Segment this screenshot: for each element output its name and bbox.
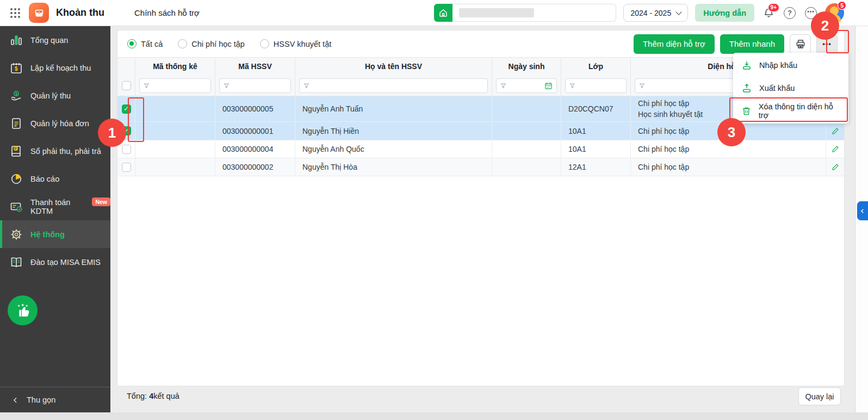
bar-chart-icon: [10, 34, 23, 47]
chevron-left-icon: [12, 397, 19, 404]
select-all-checkbox[interactable]: [122, 81, 131, 90]
edit-pencil-icon[interactable]: [831, 163, 840, 171]
home-icon[interactable]: [434, 4, 452, 22]
invoice-icon: [10, 117, 23, 130]
quick-add-button[interactable]: Thêm nhanh: [720, 34, 784, 54]
row-checkbox[interactable]: [122, 145, 131, 154]
total-label: Tổng:: [127, 392, 147, 400]
school-year-value: 2024 - 2025: [630, 9, 671, 17]
sidebar-item-label: Đào tạo MISA EMIS: [30, 258, 101, 267]
row-checkbox[interactable]: [122, 163, 131, 172]
filter-dob[interactable]: [496, 78, 557, 93]
avatar-badge: 5: [838, 1, 846, 10]
cell-class: D20CQCN07: [561, 96, 631, 121]
radio-chi-phi-hoc-tap[interactable]: Chi phí học tập: [178, 39, 245, 48]
back-button[interactable]: Quay lại: [798, 387, 841, 405]
more-actions-menu: Nhập khẩu Xuất khẩu Xóa thông tin diện h…: [733, 53, 848, 123]
total-results: Tổng: 4kết quả: [127, 392, 179, 400]
menu-item-delete-support-info[interactable]: Xóa thông tin diện hỗ trợ: [733, 100, 848, 122]
sidebar-item-quan-ly-thu[interactable]: $ Quản lý thu: [0, 82, 110, 109]
radio-hssv-khuyet-tat[interactable]: HSSV khuyết tật: [260, 39, 331, 48]
col-header-class[interactable]: Lớp: [561, 58, 631, 75]
sidebar-item-dao-tao-misa-emis[interactable]: Đào tạo MISA EMIS: [0, 248, 110, 276]
filter-funnel-icon: [224, 83, 230, 89]
expand-panel-tab[interactable]: [857, 201, 868, 220]
collapse-label: Thu gọn: [27, 396, 55, 404]
trash-icon: [741, 106, 752, 116]
sidebar-item-label: Quản lý thu: [30, 91, 71, 100]
chevron-down-icon: [676, 9, 682, 15]
filter-funnel-icon: [500, 83, 506, 89]
radio-dot-icon: [260, 39, 269, 48]
sidebar-item-tong-quan[interactable]: Tổng quan: [0, 26, 110, 54]
new-badge: New: [92, 197, 110, 206]
school-year-select[interactable]: 2024 - 2025: [623, 4, 688, 22]
radio-tat-ca[interactable]: Tất cả: [127, 39, 163, 48]
app-title: Khoản thu: [56, 7, 104, 18]
sidebar-item-thanh-toan-kdtm[interactable]: Thanh toán KDTM New: [0, 193, 110, 220]
cell-name: Nguyễn Anh Tuấn: [295, 96, 492, 121]
cell-dob: [492, 96, 561, 121]
filter-class[interactable]: [565, 78, 627, 93]
cell-class: 10A1: [561, 122, 631, 140]
radio-dot-icon: [178, 39, 187, 48]
chevron-left-icon: [860, 208, 865, 214]
edit-pencil-icon[interactable]: [831, 145, 840, 153]
sidebar-item-label: Lập kế hoạch thu: [30, 64, 91, 72]
add-support-button[interactable]: Thêm diện hỗ trợ: [634, 34, 715, 54]
calendar-icon[interactable]: [544, 82, 553, 90]
cell-stat-code: [135, 96, 215, 121]
khoan-thu-logo-icon[interactable]: [29, 3, 49, 23]
col-header-student-id[interactable]: Mã HSSV: [215, 58, 295, 75]
sidebar-collapse-button[interactable]: Thu gọn: [0, 387, 110, 412]
sidebar-item-so-phai-thu-phai-tra[interactable]: $ Sổ phải thu, phải trả: [0, 137, 110, 165]
page-title: Chính sách hỗ trợ: [134, 8, 200, 17]
col-header-dob[interactable]: Ngày sinh: [492, 58, 561, 75]
cell-class: 10A1: [561, 140, 631, 158]
sidebar-item-quan-ly-hoa-don[interactable]: Quản lý hóa đơn: [0, 109, 110, 137]
edit-pencil-icon[interactable]: [831, 127, 840, 135]
row-checkbox[interactable]: [122, 104, 131, 114]
sidebar-item-lap-ke-hoach-thu[interactable]: $ Lập kế hoạch thu: [0, 54, 110, 82]
filter-name[interactable]: [299, 78, 488, 93]
notifications-bell-icon[interactable]: 9+: [761, 6, 776, 20]
menu-item-import[interactable]: Nhập khẩu: [733, 54, 848, 77]
col-header-stat-code[interactable]: Mã thống kê: [135, 58, 215, 75]
col-header-name[interactable]: Họ và tên HSSV: [295, 58, 492, 75]
app-grid-icon[interactable]: [9, 7, 22, 20]
cell-name: Nguyễn Thị Hiền: [295, 122, 492, 140]
filter-funnel-icon: [303, 83, 309, 89]
print-button[interactable]: [790, 34, 811, 54]
calendar-money-icon: $: [10, 61, 23, 75]
global-search: [434, 4, 616, 22]
sidebar-item-label: Thanh toán KDTM: [30, 198, 81, 215]
table-row[interactable]: 003000000002 Nguyễn Thị Hòa 12A1 Chi phí…: [117, 158, 844, 176]
annotation-step-2: 2: [811, 11, 839, 40]
sidebar-item-label: Sổ phải thu, phải trả: [30, 147, 101, 156]
help-icon[interactable]: ?: [783, 6, 797, 20]
cell-stat-code: [135, 140, 215, 158]
cell-dob: [492, 140, 561, 158]
filter-funnel-icon: [144, 83, 150, 89]
cell-student-id: 003000000001: [215, 122, 295, 140]
filter-student-id[interactable]: [219, 78, 291, 93]
sidebar: Tổng quan $ Lập kế hoạch thu $ Quản lý t…: [0, 26, 110, 412]
total-suffix: kết quả: [153, 392, 179, 400]
cell-student-id: 003000000004: [215, 140, 295, 158]
annotation-step-3: 3: [717, 118, 746, 146]
sidebar-item-bao-cao[interactable]: Báo cáo: [0, 165, 110, 193]
radio-label: Tất cả: [141, 40, 163, 48]
menu-item-label: Xóa thông tin diện hỗ trợ: [759, 102, 840, 120]
feedback-promo-button[interactable]: [8, 295, 38, 325]
filter-stat-code[interactable]: [139, 78, 211, 93]
cell-dob: [492, 158, 561, 176]
search-input[interactable]: [452, 4, 616, 22]
svg-text:$: $: [15, 91, 18, 96]
menu-item-export[interactable]: Xuất khẩu: [733, 77, 848, 100]
top-header: Khoản thu Chính sách hỗ trợ 2024 - 2025: [0, 0, 868, 26]
gear-icon: [10, 228, 23, 241]
cell-stat-code: [135, 122, 215, 140]
printer-icon: [795, 39, 806, 50]
sidebar-item-he-thong[interactable]: Hệ thống: [0, 220, 110, 248]
guide-button[interactable]: Hướng dẫn: [695, 4, 754, 22]
